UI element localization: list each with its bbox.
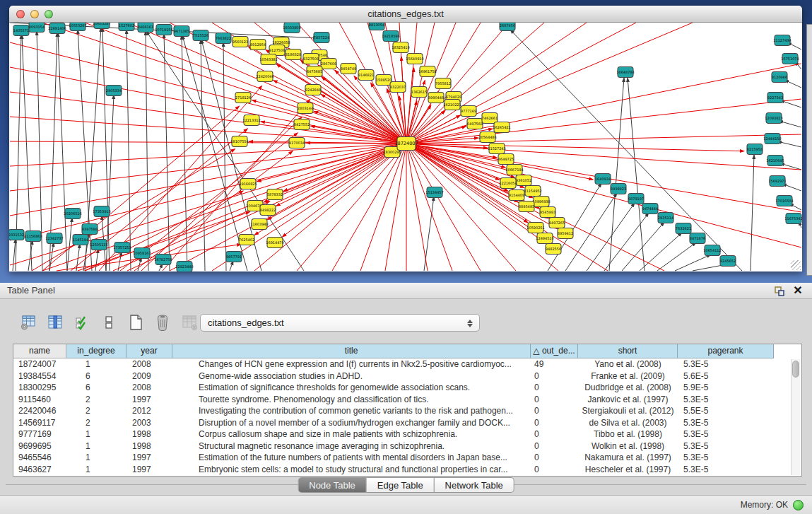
network-node[interactable]: 12093823 [765,113,782,124]
table-row[interactable]: 977716911998Corpus callosum shape and si… [13,428,801,440]
network-node[interactable]: 8649725 [498,154,514,165]
network-node[interactable]: 2687450 [500,23,515,31]
network-node[interactable]: 7625402 [239,235,254,245]
network-node[interactable]: 1405571 [13,25,29,36]
table-row[interactable]: 2242004622012Investigating the contribut… [13,405,801,417]
network-node[interactable]: 8475685 [307,66,322,77]
network-node[interactable]: 10667194 [505,165,523,175]
network-node[interactable]: 1527602 [119,23,134,31]
tab-network-table[interactable]: Network Table [435,477,514,493]
network-node[interactable]: 7857224 [314,33,329,43]
network-node[interactable]: 19166825 [239,179,257,189]
network-node[interactable]: 16210645 [766,156,784,166]
network-node[interactable]: 16782759 [154,255,172,265]
table-row[interactable]: 911546021997Tourette syndrome. Phenomeno… [13,394,801,406]
network-node[interactable]: 1145194 [73,235,88,245]
rows-icon[interactable] [99,313,119,332]
network-node[interactable]: 7955812 [435,78,451,89]
network-node[interactable]: 8498222 [260,205,276,216]
network-node[interactable]: 16961758 [418,66,436,77]
network-node[interactable]: 9120966 [772,72,787,83]
network-node[interactable]: 16245421 [493,122,510,133]
column-header-year[interactable]: year [126,344,172,358]
network-node[interactable]: 9560123 [233,37,248,47]
network-node[interactable]: 1588520 [376,75,392,86]
network-node[interactable]: 17016504 [775,196,793,206]
network-node[interactable]: 12494510 [536,233,553,244]
network-node[interactable]: 9545993 [540,207,555,218]
network-node[interactable]: 12923448 [175,262,193,272]
network-node[interactable]: 10654112 [703,245,721,256]
network-node[interactable]: 2905334 [106,86,122,96]
network-node[interactable]: 8215958 [747,144,763,155]
network-node[interactable]: 8895495 [519,201,534,212]
network-node[interactable]: 8454749 [341,64,356,74]
zoom-traffic-light-icon[interactable] [45,10,53,18]
column-header-short[interactable]: short [578,344,678,358]
network-node[interactable]: 22420046 [256,71,273,82]
network-node[interactable]: 16648784 [616,67,634,78]
network-node[interactable]: 8322037 [390,82,406,93]
network-node[interactable]: 9397588 [82,224,98,235]
network-node[interactable]: 9466161 [138,23,153,33]
network-canvas[interactable]: 1405571809315422691406105532871065328715… [9,23,802,271]
network-node[interactable]: 8427552 [294,119,310,130]
window-resize-grip[interactable] [791,260,801,270]
network-node[interactable]: 12505115 [90,240,107,250]
network-node[interactable]: 22691406 [48,23,66,34]
network-node[interactable]: 8912954 [250,40,266,50]
network-node[interactable]: 12213312 [242,115,260,126]
network-node[interactable]: 7515526 [193,30,208,41]
network-node[interactable]: 17357253 [113,243,131,253]
table-row[interactable]: 969969511998Structural magnetic resonanc… [13,440,801,452]
float-window-icon[interactable] [774,286,785,297]
network-node[interactable]: 15692971 [768,176,786,187]
table-settings-icon[interactable] [18,313,38,332]
network-node[interactable]: 12216054 [499,178,517,189]
network-node[interactable]: 15134457 [425,187,443,198]
network-node[interactable]: 11154952 [524,186,541,197]
table-row[interactable]: 946362711997Embryonic stem cells: a mode… [13,464,801,476]
tab-node-table[interactable]: Node Table [298,477,367,493]
network-node[interactable]: 8093154 [29,23,45,33]
network-node[interactable]: 10590251 [526,223,544,233]
network-node[interactable]: 10996938 [532,197,550,207]
network-node[interactable]: 5878332 [267,189,283,200]
network-node[interactable]: 9242848 [305,85,321,95]
network-node[interactable]: 8186328 [286,49,301,60]
network-node[interactable]: 11603948 [250,219,268,230]
network-node[interactable]: 7663822 [216,33,231,44]
network-node[interactable]: 1640934 [595,174,611,185]
select-column-icon[interactable] [45,313,65,332]
network-node[interactable]: 9857791 [226,252,242,262]
select-all-icon[interactable] [72,313,92,332]
network-node[interactable]: 10543382 [259,54,277,65]
network-node[interactable]: 18107554 [230,136,248,147]
network-node[interactable]: 6879197 [628,194,644,204]
network-node[interactable]: 9361052 [516,175,531,186]
network-node[interactable]: 11127434 [773,35,791,46]
network-node[interactable]: 15751074 [781,54,799,64]
network-node[interactable]: 9331532 [9,230,24,240]
column-header-in_degree[interactable]: in_degree [66,344,126,358]
network-node[interactable]: 8471676 [690,233,705,244]
network-node[interactable]: 16914479 [266,238,283,248]
network-node[interactable]: 8990448 [428,93,444,103]
column-header-name[interactable]: name [13,344,66,358]
close-traffic-light-icon[interactable] [16,10,25,18]
network-node[interactable]: 16033809 [283,23,300,33]
table-row[interactable]: 1872400712008Changes of HCN gene express… [13,358,801,370]
network-window-titlebar[interactable]: citations_edges.txt [9,6,802,23]
network-node[interactable]: 1362615 [411,87,427,98]
network-node[interactable]: 9245652 [720,256,736,267]
network-node[interactable]: 9671385 [174,26,189,37]
network-node[interactable]: 12444158 [763,134,781,144]
delete-table-icon[interactable] [153,313,172,332]
network-node[interactable]: 8813054 [369,23,384,30]
network-node[interactable]: 9170034 [289,138,305,148]
network-node[interactable]: 2935114 [658,213,673,223]
network-node[interactable]: 9777169 [461,106,476,117]
network-node[interactable]: 10653287 [93,23,110,29]
close-icon[interactable]: ✕ [792,284,804,297]
network-node[interactable]: 9154409 [509,190,524,201]
